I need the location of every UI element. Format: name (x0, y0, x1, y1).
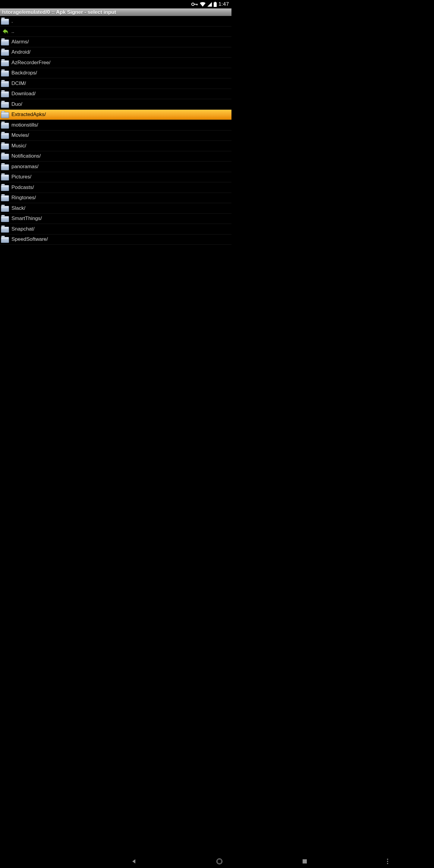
folder-icon (1, 69, 9, 76)
folder-icon (1, 90, 9, 97)
svg-point-0 (192, 3, 194, 5)
file-label: SmartThings/ (11, 216, 42, 221)
file-label: SpeedSoftware/ (11, 236, 48, 242)
file-label: Notifications/ (11, 153, 41, 159)
folder-icon (1, 184, 9, 191)
file-label: .. (11, 28, 14, 34)
title-bar: /storage/emulated/0 :: Apk Signer - sele… (0, 8, 231, 16)
status-bar: 1:47 (0, 0, 231, 8)
file-label: panoramas/ (11, 164, 38, 170)
folder-icon (1, 80, 9, 87)
battery-icon (214, 2, 217, 7)
folder-icon (1, 236, 9, 243)
file-row[interactable]: Duo/ (0, 99, 231, 110)
file-row[interactable]: motionstills/ (0, 120, 231, 130)
svg-rect-4 (214, 2, 217, 7)
folder-icon (1, 142, 9, 150)
folder-icon (1, 18, 9, 25)
wifi-icon (200, 2, 206, 7)
file-label: Pictures/ (11, 174, 31, 180)
file-row[interactable]: Notifications/ (0, 151, 231, 162)
vpn-key-icon (191, 2, 198, 6)
file-row[interactable]: Ringtones/ (0, 193, 231, 204)
file-label: Android/ (11, 49, 30, 55)
svg-rect-3 (215, 2, 216, 2)
folder-icon (1, 163, 9, 170)
folder-icon (1, 132, 9, 139)
folder-icon (1, 205, 9, 212)
file-row[interactable]: panoramas/ (0, 161, 231, 172)
folder-icon (1, 153, 9, 160)
file-row[interactable]: Slack/ (0, 203, 231, 214)
svg-rect-2 (196, 4, 197, 5)
folder-icon (1, 38, 9, 45)
file-row[interactable]: Backdrops/ (0, 68, 231, 79)
file-label: Podcasts/ (11, 184, 34, 190)
file-row[interactable]: ExtractedApks/ (0, 110, 231, 120)
file-label: Snapchat/ (11, 226, 35, 232)
file-row[interactable]: Snapchat/ (0, 224, 231, 235)
folder-icon (1, 121, 9, 129)
file-label: Duo/ (11, 101, 22, 107)
folder-icon (1, 101, 9, 108)
file-row[interactable]: SmartThings/ (0, 214, 231, 224)
file-label: DCIM/ (11, 81, 26, 87)
file-label: Backdrops/ (11, 70, 37, 76)
folder-icon (1, 49, 9, 56)
folder-icon (1, 225, 9, 233)
file-row[interactable]: DCIM/ (0, 79, 231, 89)
file-label: ExtractedApks/ (11, 112, 46, 118)
folder-icon (1, 215, 9, 222)
file-label: Ringtones/ (11, 195, 36, 201)
folder-icon (1, 59, 9, 66)
cellular-signal-icon (207, 2, 212, 7)
file-row[interactable]: Android/ (0, 47, 231, 58)
file-label: Download/ (11, 91, 36, 97)
file-row[interactable]: Podcasts/ (0, 182, 231, 193)
file-label: . (11, 18, 13, 24)
file-row[interactable]: .. (0, 27, 231, 37)
folder-icon (1, 194, 9, 201)
file-row[interactable]: Music/ (0, 141, 231, 151)
file-row[interactable]: Download/ (0, 89, 231, 99)
file-list[interactable]: ...Alarms/Android/AzRecorderFree/Backdro… (0, 16, 231, 450)
file-label: Slack/ (11, 205, 25, 211)
file-row[interactable]: AzRecorderFree/ (0, 58, 231, 68)
title-text: /storage/emulated/0 :: Apk Signer - sele… (2, 9, 116, 16)
folder-icon (1, 173, 9, 181)
file-label: Music/ (11, 143, 26, 149)
file-label: motionstills/ (11, 122, 38, 128)
file-row[interactable]: SpeedSoftware/ (0, 235, 231, 245)
file-label: AzRecorderFree/ (11, 60, 50, 66)
file-row[interactable]: . (0, 16, 231, 27)
folder-icon (1, 111, 9, 118)
file-row[interactable]: Pictures/ (0, 172, 231, 183)
status-clock: 1:47 (218, 1, 229, 7)
file-row[interactable]: Alarms/ (0, 37, 231, 47)
file-label: Movies/ (11, 132, 29, 138)
file-row[interactable]: Movies/ (0, 130, 231, 141)
file-label: Alarms/ (11, 39, 29, 45)
up-arrow-icon (1, 28, 9, 35)
